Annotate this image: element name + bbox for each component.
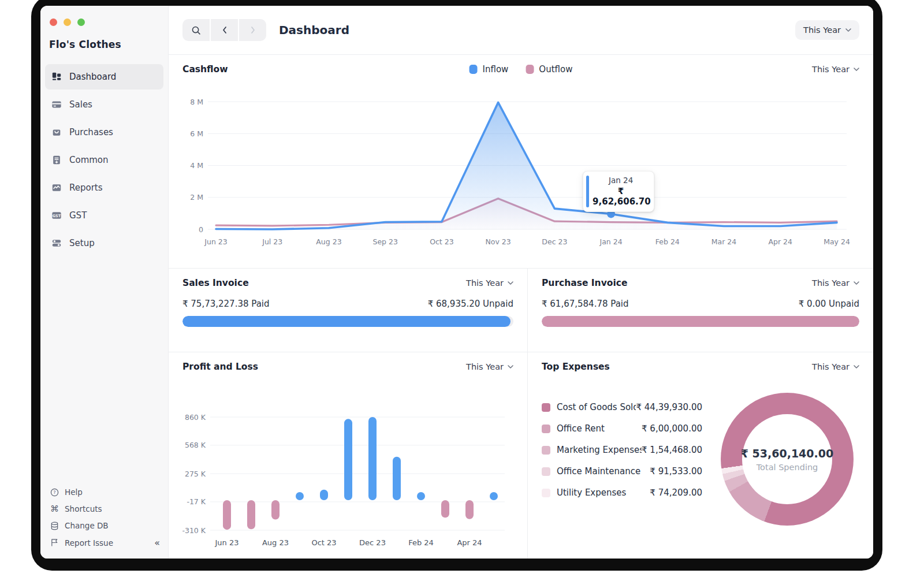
- sidebar: Flo's Clothes Dashboard: [40, 6, 169, 559]
- svg-text:4 M: 4 M: [190, 161, 203, 170]
- svg-text:Dec 23: Dec 23: [542, 237, 567, 246]
- expense-row: Office Maintenance ₹ 91,533.00: [542, 466, 702, 477]
- expense-value: ₹ 91,533.00: [650, 466, 702, 477]
- svg-text:-310 K: -310 K: [182, 526, 206, 535]
- chevron-down-icon: [854, 365, 859, 368]
- total-spending-label: Total Spending: [757, 463, 818, 472]
- sales-progress-bar: [182, 316, 513, 327]
- sales-invoice-period-selector[interactable]: This Year: [466, 278, 513, 288]
- footer-item-label: Report Issue: [65, 538, 113, 548]
- forward-button[interactable]: [239, 19, 266, 41]
- expenses-donut-chart[interactable]: ₹ 53,60,140.00 Total Spending: [721, 393, 854, 526]
- chevron-down-icon: [845, 28, 851, 32]
- sidebar-footer: ? Help ⌘ Shortcuts: [50, 487, 160, 548]
- purchase-progress-fill: [542, 316, 859, 327]
- tooltip-label: Jan 24: [593, 176, 649, 185]
- outflow-swatch: [526, 65, 534, 74]
- database-icon: [50, 522, 59, 530]
- sidebar-nav: Dashboard Sales: [40, 64, 168, 256]
- search-icon: [191, 25, 201, 35]
- shortcuts-button[interactable]: ⌘ Shortcuts: [50, 504, 160, 514]
- svg-text:Sep 23: Sep 23: [372, 237, 397, 246]
- sidebar-item-dashboard[interactable]: Dashboard: [45, 64, 163, 90]
- profit-loss-period-selector[interactable]: This Year: [466, 362, 513, 371]
- period-value: This Year: [466, 278, 504, 288]
- page-title: Dashboard: [279, 23, 349, 37]
- sidebar-item-purchases[interactable]: Purchases: [45, 120, 163, 145]
- change-db-button[interactable]: Change DB: [50, 521, 160, 530]
- profit-loss-chart[interactable]: 860 K568 K275 K-17 K-310 KJun 23Aug 23Oc…: [182, 380, 513, 556]
- expense-name: Cost of Goods Sold: [557, 402, 636, 412]
- cashflow-period-selector[interactable]: This Year: [812, 65, 859, 74]
- back-button[interactable]: [211, 19, 238, 41]
- svg-text:-17 K: -17 K: [187, 497, 206, 506]
- help-button[interactable]: ? Help: [50, 487, 160, 497]
- svg-text:May 24: May 24: [824, 237, 850, 246]
- sidebar-item-sales[interactable]: Sales: [45, 92, 163, 117]
- chart-pulse-icon: [51, 182, 62, 193]
- sidebar-item-label: Common: [69, 155, 109, 165]
- expense-swatch: [542, 467, 550, 476]
- expense-row: Utility Expenses ₹ 74,209.00: [542, 487, 702, 498]
- svg-text:6 M: 6 M: [190, 129, 203, 138]
- svg-text:568 K: 568 K: [185, 441, 206, 449]
- screenshot-stage: Flo's Clothes Dashboard: [0, 0, 924, 577]
- sidebar-item-reports[interactable]: Reports: [45, 175, 163, 200]
- footer-item-label: Shortcuts: [65, 504, 102, 513]
- report-issue-button[interactable]: Report Issue «: [50, 537, 160, 548]
- global-period-selector[interactable]: This Year: [795, 20, 859, 40]
- total-spending-value: ₹ 53,60,140.00: [741, 447, 833, 460]
- window-controls: [40, 18, 168, 26]
- minimize-window-button[interactable]: [64, 18, 71, 26]
- sales-unpaid-amount: ₹ 68,935.20 Unpaid: [428, 299, 513, 309]
- purchase-unpaid-amount: ₹ 0.00 Unpaid: [799, 299, 859, 309]
- period-value: This Year: [803, 25, 841, 35]
- svg-text:8 M: 8 M: [190, 98, 203, 106]
- period-value: This Year: [812, 278, 850, 288]
- chevron-down-icon: [854, 68, 859, 71]
- svg-text:Jun 23: Jun 23: [204, 237, 227, 246]
- svg-text:0: 0: [199, 225, 203, 234]
- close-window-button[interactable]: [50, 18, 57, 26]
- svg-text:GST: GST: [53, 214, 61, 218]
- expense-swatch: [542, 446, 550, 455]
- svg-text:Feb 24: Feb 24: [408, 538, 434, 547]
- expense-name: Office Rent: [557, 423, 605, 434]
- svg-text:Jan 24: Jan 24: [599, 237, 623, 246]
- cashflow-chart[interactable]: 02 M4 M6 M8 MJun 23Jul 23Aug 23Sep 23Oct…: [182, 77, 859, 252]
- help-icon: ?: [50, 488, 59, 497]
- svg-text:Jul 23: Jul 23: [262, 237, 282, 246]
- sales-invoice-title: Sales Invoice: [182, 278, 249, 288]
- zoom-window-button[interactable]: [77, 18, 85, 26]
- expense-value: ₹ 44,39,930.00: [636, 402, 702, 412]
- period-value: This Year: [812, 65, 850, 74]
- expense-name: Office Maintenance: [557, 466, 640, 477]
- top-expenses-card: Top Expenses This Year Cost of Goods Sol…: [528, 352, 873, 559]
- purchase-paid-amount: ₹ 61,67,584.78 Paid: [542, 299, 629, 309]
- sidebar-item-label: Dashboard: [69, 72, 116, 82]
- search-button[interactable]: [182, 19, 210, 41]
- purchase-invoice-title: Purchase Invoice: [542, 278, 627, 288]
- toggles-icon: [51, 237, 62, 249]
- svg-text:Apr 24: Apr 24: [769, 237, 793, 246]
- cashflow-card: Cashflow Inflow Outflow This Year: [169, 54, 873, 268]
- purchase-invoice-period-selector[interactable]: This Year: [812, 278, 859, 288]
- sidebar-item-common[interactable]: Common: [45, 147, 163, 173]
- expense-value: ₹ 6,00,000.00: [642, 423, 702, 434]
- chevron-left-icon: [221, 26, 228, 34]
- app-window: Flo's Clothes Dashboard: [40, 6, 873, 559]
- main-area: Dashboard This Year Cashflow Inflow: [169, 6, 873, 559]
- collapse-sidebar-button[interactable]: «: [154, 537, 160, 548]
- sidebar-item-setup[interactable]: Setup: [45, 230, 163, 256]
- svg-text:275 K: 275 K: [185, 470, 206, 478]
- sidebar-item-gst[interactable]: GST GST: [45, 203, 163, 228]
- footer-item-label: Help: [65, 487, 83, 497]
- top-expenses-period-selector[interactable]: This Year: [812, 362, 859, 371]
- svg-text:Oct 23: Oct 23: [430, 237, 454, 246]
- credit-card-icon: [51, 99, 62, 110]
- legend-label: Outflow: [539, 64, 572, 75]
- sidebar-item-label: Purchases: [69, 127, 113, 137]
- expense-row: Marketing Expenses ₹ 1,54,468.00: [542, 445, 702, 455]
- expense-swatch: [542, 425, 550, 433]
- expense-swatch: [542, 489, 550, 497]
